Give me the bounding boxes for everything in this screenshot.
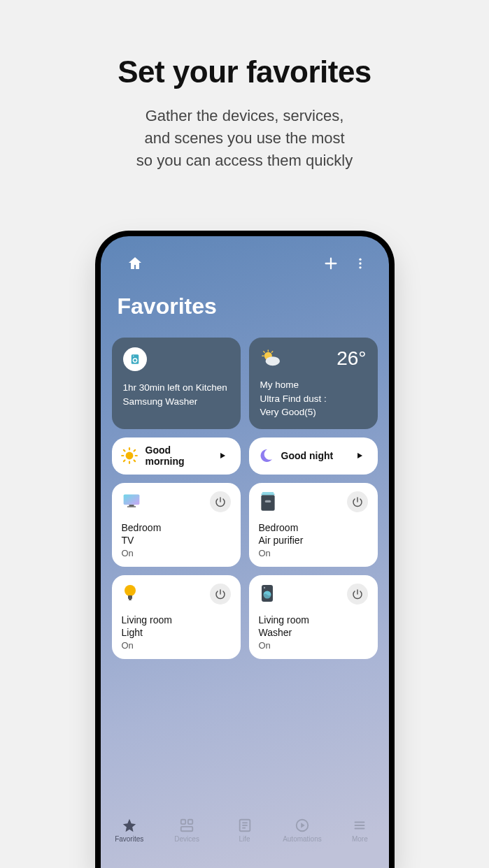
nav-automations[interactable]: Automations <box>274 818 331 868</box>
svg-point-32 <box>263 587 264 588</box>
scene-good-night[interactable]: Good night <box>249 437 378 475</box>
svg-rect-22 <box>123 495 139 505</box>
svg-rect-26 <box>264 500 271 502</box>
play-button[interactable] <box>350 446 369 465</box>
scene-label: Good night <box>281 450 343 462</box>
svg-point-0 <box>359 259 361 261</box>
washer-status-card[interactable]: 1hr 30min left on Kitchen Samsung Washer <box>112 338 241 429</box>
promo-sub-line2: and scenes you use the most <box>144 129 344 147</box>
power-button[interactable] <box>347 491 368 512</box>
device-room: Living room <box>122 614 172 625</box>
power-button[interactable] <box>210 491 231 512</box>
svg-line-20 <box>123 461 125 462</box>
weather-location: My home <box>260 378 367 392</box>
device-bedroom-tv[interactable]: Bedroom TV On <box>112 483 241 567</box>
device-type: Washer <box>259 627 292 638</box>
svg-point-6 <box>133 356 134 357</box>
weather-partly-cloudy-icon <box>260 349 281 368</box>
svg-line-21 <box>134 450 135 451</box>
device-room: Bedroom <box>122 522 162 533</box>
washer-status-text: 1hr 30min left on Kitchen Samsung Washer <box>123 381 229 408</box>
page-title: Favorites <box>101 280 389 331</box>
moon-icon <box>257 447 274 464</box>
app-top-bar <box>101 236 389 280</box>
promo-subtitle: Gather the devices, services, and scenes… <box>136 105 353 172</box>
svg-point-1 <box>359 262 361 264</box>
device-living-room-light[interactable]: Living room Light On <box>112 575 241 659</box>
weather-detail-line2: Very Good(5) <box>260 405 367 419</box>
nav-devices[interactable]: Devices <box>158 818 215 868</box>
device-room: Living room <box>259 614 309 625</box>
svg-point-2 <box>359 266 361 268</box>
add-button[interactable] <box>319 252 343 275</box>
svg-line-18 <box>123 450 125 451</box>
nav-label: Automations <box>283 835 322 843</box>
svg-rect-28 <box>128 595 132 599</box>
promo-title: Set your favorites <box>118 55 371 89</box>
nav-label: More <box>352 835 368 843</box>
nav-label: Favorites <box>115 835 143 843</box>
bottom-nav: Favorites Devices Life Automations More <box>101 813 389 868</box>
svg-rect-23 <box>129 505 134 507</box>
device-type: Light <box>122 627 143 638</box>
device-state: On <box>122 548 231 558</box>
svg-line-11 <box>271 352 272 352</box>
svg-rect-33 <box>181 820 185 824</box>
svg-point-12 <box>265 356 279 366</box>
weather-temp: 26° <box>336 347 366 370</box>
washer-icon <box>123 347 147 371</box>
svg-line-10 <box>263 352 264 352</box>
svg-point-5 <box>134 359 136 362</box>
tv-icon <box>122 491 141 511</box>
device-type: TV <box>122 535 134 546</box>
svg-rect-25 <box>261 496 274 512</box>
scene-good-morning[interactable]: Good morning <box>112 437 241 475</box>
device-state: On <box>259 548 368 558</box>
sun-icon <box>120 447 139 465</box>
svg-rect-29 <box>129 599 132 600</box>
svg-line-19 <box>134 461 135 462</box>
device-type: Air purifier <box>259 535 304 546</box>
svg-rect-34 <box>188 820 192 824</box>
promo-sub-line3: so you can access them quickly <box>136 152 353 169</box>
svg-point-13 <box>125 452 133 460</box>
air-purifier-icon <box>259 491 277 512</box>
device-living-room-washer[interactable]: Living room Washer On <box>249 575 378 659</box>
nav-label: Devices <box>174 835 199 843</box>
svg-rect-35 <box>181 827 193 831</box>
svg-rect-24 <box>127 507 135 507</box>
nav-life[interactable]: Life <box>215 818 273 868</box>
more-vert-icon[interactable] <box>348 252 372 275</box>
promo-sub-line1: Gather the devices, services, <box>146 107 344 124</box>
device-room: Bedroom <box>259 522 299 533</box>
device-bedroom-air-purifier[interactable]: Bedroom Air purifier On <box>249 483 378 567</box>
device-state: On <box>122 640 231 651</box>
weather-detail-line1: Ultra Find dust : <box>260 392 367 406</box>
home-icon[interactable] <box>123 252 147 275</box>
nav-favorites[interactable]: Favorites <box>101 818 158 868</box>
bulb-icon <box>122 584 139 603</box>
weather-card[interactable]: 26° My home Ultra Find dust : Very Good(… <box>249 338 378 429</box>
svg-point-27 <box>125 585 136 596</box>
power-button[interactable] <box>347 584 368 605</box>
washer-icon <box>259 584 276 603</box>
phone-frame: Favorites 1hr 30min left on Kitchen Sams… <box>95 231 395 868</box>
power-button[interactable] <box>210 584 231 605</box>
device-state: On <box>259 640 368 651</box>
scene-label: Good morning <box>146 444 206 468</box>
nav-more[interactable]: More <box>331 818 388 868</box>
nav-label: Life <box>239 835 250 843</box>
play-button[interactable] <box>213 446 232 465</box>
